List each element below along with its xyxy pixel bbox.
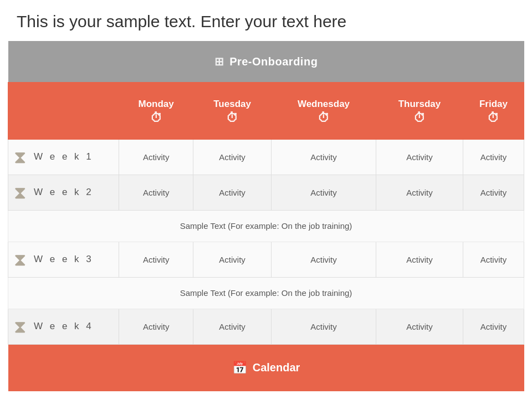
week-2-tuesday-activity[interactable]: Activity bbox=[193, 175, 272, 210]
thursday-header: Thursday ⏱ bbox=[376, 83, 463, 140]
monday-clock-icon: ⏱ bbox=[121, 111, 191, 125]
calendar-footer-icon: 📅 bbox=[232, 361, 247, 375]
week-1-label-cell: ⧗ W e e k 1 bbox=[8, 139, 119, 175]
week-4-hourglass-icon: ⧗ bbox=[14, 316, 26, 337]
week-4-wednesday-activity[interactable]: Activity bbox=[271, 309, 376, 344]
week-1-row: ⧗ W e e k 1 Activity Activity Activity A… bbox=[8, 139, 524, 175]
calendar-footer-cell: 📅 Calendar bbox=[8, 344, 524, 391]
sample-text-row-2: Sample Text (For example: On the job tra… bbox=[8, 277, 524, 309]
week-4-label: W e e k 4 bbox=[34, 321, 94, 332]
schedule-table-wrapper: ⊞ Pre-Onboarding Monday ⏱ Tuesday ⏱ Wedn… bbox=[0, 41, 532, 399]
week-3-row: ⧗ W e e k 3 Activity Activity Activity A… bbox=[8, 242, 524, 277]
grid-icon: ⊞ bbox=[214, 55, 224, 68]
calendar-footer-label: Calendar bbox=[253, 361, 300, 374]
monday-header: Monday ⏱ bbox=[119, 83, 193, 140]
week-3-thursday-activity[interactable]: Activity bbox=[376, 242, 463, 277]
week-2-label-cell: ⧗ W e e k 2 bbox=[8, 175, 119, 210]
schedule-table: ⊞ Pre-Onboarding Monday ⏱ Tuesday ⏱ Wedn… bbox=[8, 41, 524, 391]
wednesday-header: Wednesday ⏱ bbox=[271, 83, 376, 140]
sample-text-cell-2: Sample Text (For example: On the job tra… bbox=[8, 277, 524, 309]
week-4-friday-activity[interactable]: Activity bbox=[463, 309, 524, 344]
week-2-label: W e e k 2 bbox=[34, 187, 94, 198]
week-1-friday-activity[interactable]: Activity bbox=[463, 139, 524, 175]
wednesday-clock-icon: ⏱ bbox=[274, 111, 374, 125]
page: This is your sample text. Enter your tex… bbox=[0, 0, 532, 399]
week-4-monday-activity[interactable]: Activity bbox=[119, 309, 193, 344]
week-3-wednesday-activity[interactable]: Activity bbox=[271, 242, 376, 277]
day-header-row: Monday ⏱ Tuesday ⏱ Wednesday ⏱ Thursday … bbox=[8, 83, 524, 140]
week-3-hourglass-icon: ⧗ bbox=[14, 249, 26, 270]
week-2-monday-activity[interactable]: Activity bbox=[119, 175, 193, 210]
week-3-tuesday-activity[interactable]: Activity bbox=[193, 242, 272, 277]
friday-clock-icon: ⏱ bbox=[466, 111, 521, 125]
sample-text-heading[interactable]: This is your sample text. Enter your tex… bbox=[0, 0, 532, 41]
week-1-wednesday-activity[interactable]: Activity bbox=[271, 139, 376, 175]
pre-onboarding-header-row: ⊞ Pre-Onboarding bbox=[8, 41, 524, 83]
week-3-label: W e e k 3 bbox=[34, 254, 94, 265]
week-2-thursday-activity[interactable]: Activity bbox=[376, 175, 463, 210]
week-4-tuesday-activity[interactable]: Activity bbox=[193, 309, 272, 344]
tuesday-clock-icon: ⏱ bbox=[196, 111, 269, 125]
week-2-wednesday-activity[interactable]: Activity bbox=[271, 175, 376, 210]
week-2-friday-activity[interactable]: Activity bbox=[463, 175, 524, 210]
week-header-empty-cell bbox=[8, 83, 119, 140]
pre-onboarding-title: Pre-Onboarding bbox=[229, 55, 318, 68]
week-1-hourglass-icon: ⧗ bbox=[14, 147, 26, 167]
pre-onboarding-header-cell: ⊞ Pre-Onboarding bbox=[8, 41, 524, 83]
calendar-footer-row: 📅 Calendar bbox=[8, 344, 524, 391]
friday-header: Friday ⏱ bbox=[463, 83, 524, 140]
tuesday-header: Tuesday ⏱ bbox=[193, 83, 272, 140]
week-1-label: W e e k 1 bbox=[34, 151, 94, 162]
week-4-row: ⧗ W e e k 4 Activity Activity Activity A… bbox=[8, 309, 524, 344]
week-1-monday-activity[interactable]: Activity bbox=[119, 139, 193, 175]
week-3-label-cell: ⧗ W e e k 3 bbox=[8, 242, 119, 277]
week-2-row: ⧗ W e e k 2 Activity Activity Activity A… bbox=[8, 175, 524, 210]
week-2-hourglass-icon: ⧗ bbox=[14, 182, 26, 203]
week-3-monday-activity[interactable]: Activity bbox=[119, 242, 193, 277]
week-4-label-cell: ⧗ W e e k 4 bbox=[8, 309, 119, 344]
sample-text-cell-1: Sample Text (For example: On the job tra… bbox=[8, 210, 524, 242]
sample-text-row-1: Sample Text (For example: On the job tra… bbox=[8, 210, 524, 242]
week-1-thursday-activity[interactable]: Activity bbox=[376, 139, 463, 175]
week-1-tuesday-activity[interactable]: Activity bbox=[193, 139, 272, 175]
week-3-friday-activity[interactable]: Activity bbox=[463, 242, 524, 277]
thursday-clock-icon: ⏱ bbox=[378, 111, 461, 125]
week-4-thursday-activity[interactable]: Activity bbox=[376, 309, 463, 344]
